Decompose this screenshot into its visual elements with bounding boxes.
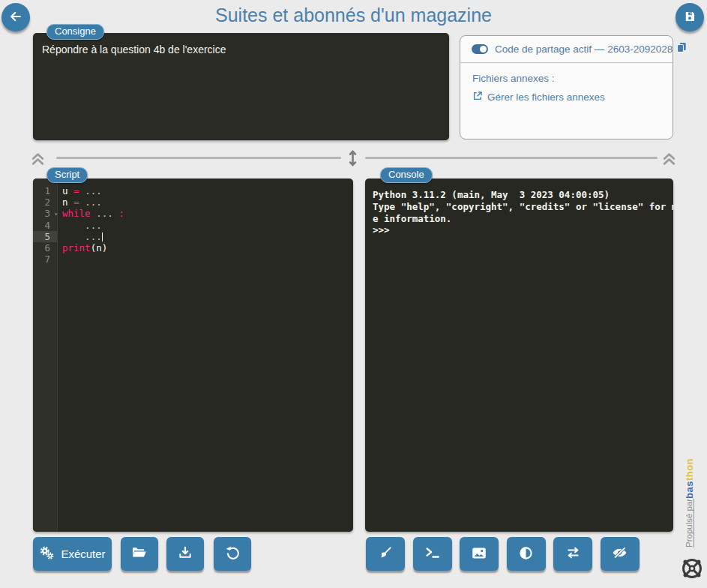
- ship-wheel-icon: [679, 573, 706, 584]
- script-line: 3▾while ... :: [33, 208, 353, 219]
- consigne-badge: Consigne: [46, 24, 104, 40]
- fold-triangle-icon[interactable]: ▾: [54, 208, 58, 220]
- console-text: Python 3.11.2 (main, May 3 2023 04:00:05…: [365, 178, 673, 247]
- code-text: u = ...: [58, 185, 102, 196]
- script-badge: Script: [46, 167, 88, 183]
- divider-line: [56, 157, 341, 159]
- code-text: print(n): [58, 242, 107, 254]
- download-icon: [178, 545, 193, 562]
- eye-off-icon: [612, 546, 628, 562]
- code-text: [58, 254, 62, 265]
- settings-wheel-button[interactable]: [679, 554, 706, 582]
- consigne-panel: Répondre à la question 4b de l'exercice: [33, 33, 449, 140]
- share-row: Code de partage actif — 2603-2092028: [460, 36, 673, 63]
- line-number: 1: [33, 185, 58, 196]
- script-line: 2n = ...: [33, 196, 353, 208]
- arrow-left-icon: [8, 9, 23, 26]
- share-card: Code de partage actif — 2603-2092028 Fic…: [460, 35, 673, 140]
- open-file-button[interactable]: [121, 537, 158, 571]
- app-window: Suites et abonnés d'un magazine Consigne…: [0, 0, 707, 588]
- double-chevron-up-icon: [661, 157, 677, 168]
- line-number: 7: [33, 254, 58, 265]
- back-button[interactable]: [1, 3, 30, 32]
- rotate-ccw-icon: [225, 545, 241, 563]
- swap-button[interactable]: [553, 537, 592, 571]
- share-toggle[interactable]: [472, 44, 488, 54]
- download-button[interactable]: [166, 537, 204, 571]
- script-line: 4 ...: [33, 220, 353, 231]
- code-text: while ... :: [58, 208, 124, 219]
- clear-console-button[interactable]: [366, 537, 405, 571]
- console-line: Type "help", "copyright", "credits" or "…: [373, 201, 666, 213]
- image-icon: [472, 547, 487, 562]
- terminal-prompt-icon: [424, 546, 441, 562]
- resize-handle[interactable]: [346, 148, 360, 169]
- console-badge: Console: [380, 167, 433, 183]
- brush-icon: [378, 545, 393, 562]
- contrast-button[interactable]: [507, 537, 546, 571]
- console-toolbar: [366, 537, 658, 571]
- text-cursor: [102, 232, 103, 242]
- script-line: 1u = ...: [33, 185, 353, 196]
- line-number: 3▾: [33, 208, 58, 219]
- script-line: 7: [33, 254, 353, 265]
- line-number: 6: [33, 242, 58, 254]
- double-chevron-up-icon: [30, 157, 46, 168]
- reset-button[interactable]: [214, 537, 251, 571]
- half-circle-contrast-icon: [519, 546, 533, 562]
- basthon-logo: basthon: [684, 458, 695, 499]
- script-line: 6print(n): [33, 242, 353, 254]
- swap-arrows-icon: [565, 546, 581, 562]
- image-button[interactable]: [460, 537, 499, 571]
- console-line: >>>: [373, 224, 666, 236]
- console-line: Python 3.11.2 (main, May 3 2023 04:00:05…: [373, 189, 666, 201]
- collapse-left-button[interactable]: [29, 150, 46, 166]
- floppy-disk-icon: [683, 10, 697, 26]
- toggle-knob: [480, 46, 487, 52]
- console-output[interactable]: Python 3.11.2 (main, May 3 2023 04:00:05…: [365, 178, 673, 532]
- script-line: 5 ...: [33, 231, 353, 242]
- execute-button[interactable]: Exécuter: [33, 537, 112, 571]
- copy-icon[interactable]: [676, 42, 687, 56]
- line-number: 4: [33, 220, 58, 231]
- up-down-arrow-icon: [347, 159, 358, 170]
- line-number: 5: [33, 231, 58, 242]
- save-button[interactable]: [676, 3, 704, 32]
- manage-files-link[interactable]: Gérer les fichiers annexes: [472, 91, 673, 104]
- page-title: Suites et abonnés d'un magazine: [0, 4, 707, 26]
- script-code: 1u = ...2n = ...3▾while ... :4 ...5 ...6…: [33, 178, 353, 265]
- external-link-icon: [472, 91, 483, 104]
- code-text: ...: [58, 220, 102, 231]
- share-label: Code de partage actif — 2603-2092028: [495, 44, 673, 55]
- divider-line: [365, 157, 658, 159]
- code-text: ...: [58, 231, 103, 242]
- hide-console-button[interactable]: [601, 537, 640, 571]
- collapse-right-button[interactable]: [661, 150, 677, 166]
- open-folder-icon: [131, 546, 148, 562]
- powered-by-link[interactable]: Propulsé par basthon: [678, 441, 700, 548]
- code-text: n = ...: [58, 196, 102, 208]
- files-label: Fichiers annexes :: [472, 73, 673, 84]
- execute-label: Exécuter: [61, 548, 105, 560]
- gears-icon: [39, 545, 55, 562]
- powered-by-text: Propulsé par: [685, 499, 694, 548]
- line-number: 2: [33, 196, 58, 208]
- console-line: e information.: [373, 213, 666, 225]
- share-code: 2603-2092028: [607, 44, 673, 55]
- script-editor[interactable]: 1u = ...2n = ...3▾while ... :4 ...5 ...6…: [33, 178, 353, 532]
- terminal-button[interactable]: [413, 537, 452, 571]
